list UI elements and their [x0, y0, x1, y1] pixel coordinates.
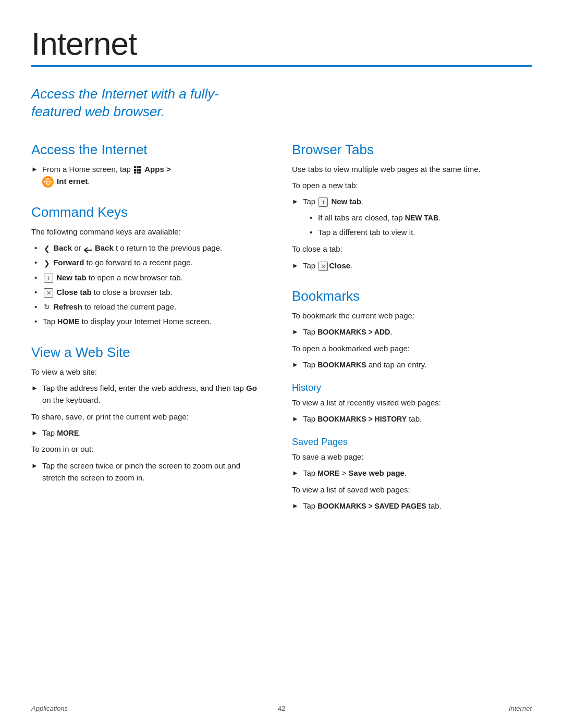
bookmark-step-text: Tap BOOKMARKS > ADD. — [303, 326, 532, 338]
arrow-right-icon-8: ► — [292, 360, 299, 370]
section-view-web-title: View a Web Site — [31, 344, 261, 361]
title-rule — [31, 65, 532, 67]
open-bookmark-step: ► Tap BOOKMARKS and tap an entry. — [292, 359, 532, 371]
arrow-right-icon-7: ► — [292, 327, 299, 337]
home-label: HOME — [57, 317, 79, 326]
apps-icon — [133, 165, 144, 174]
x-icon-2: ✕ — [319, 262, 328, 271]
close-tab-label: Close tab — [56, 288, 92, 297]
footer-left: Applications — [31, 705, 68, 712]
view-web-intro2: To share, save, or print the current web… — [31, 411, 261, 423]
new-tab-upper-label: NEW TAB — [405, 214, 438, 222]
go-label: Go — [246, 384, 257, 392]
open-bookmark-intro: To open a bookmarked web page: — [292, 342, 532, 354]
apps-label: Apps > — [144, 165, 170, 174]
open-tab-bullets: If all tabs are closed, tap NEW TAB. Tap… — [307, 212, 532, 239]
bookmarks-add-label: BOOKMARKS > ADD — [317, 328, 390, 336]
refresh-label: Refresh — [53, 302, 82, 311]
command-keys-intro: The following command keys are available… — [31, 226, 261, 238]
back-label2: Back — [95, 243, 114, 252]
saved-pages-intro2: To view a list of saved web pages: — [292, 484, 532, 496]
left-column: Access the Internet ► From a Home screen… — [31, 142, 261, 488]
section-command-keys-title: Command Keys — [31, 204, 261, 220]
list-item: Tap HOME to display your Internet Home s… — [31, 315, 261, 328]
open-tab-label: To open a new tab: — [292, 179, 532, 191]
close-tab-step: ► Tap ✕Close. — [292, 260, 532, 272]
more-label2: MORE — [317, 469, 339, 477]
list-item: + New tab to open a new browser tab. — [31, 272, 261, 284]
right-column: Browser Tabs Use tabs to view multiple w… — [292, 142, 532, 516]
list-item: Tap a different tab to view it. — [307, 226, 532, 239]
arrow-right-icon-6: ► — [292, 261, 299, 271]
list-item: ❯ Forward to go forward to a recent page… — [31, 256, 261, 269]
arrow-right-icon-4: ► — [31, 461, 38, 471]
forward-label: Forward — [53, 258, 84, 267]
saved-pages-intro: To save a web page: — [292, 451, 532, 463]
view-web-step2-text: Tap MORE. — [42, 427, 261, 439]
x-icon: ✕ — [44, 288, 53, 298]
access-step-text: From a Home screen, tap Apps > — [42, 163, 261, 188]
arrow-right-icon-2: ► — [31, 383, 38, 393]
view-web-step3: ► Tap the screen twice or pinch the scre… — [31, 460, 261, 484]
close-label: Close — [329, 261, 350, 270]
saved-pages-title: Saved Pages — [292, 437, 532, 448]
open-bookmark-step-text: Tap BOOKMARKS and tap an entry. — [303, 359, 532, 371]
view-web-intro1: To view a web site: — [31, 366, 261, 378]
bookmarks-label: BOOKMARKS — [317, 361, 366, 369]
save-web-label: Save web page — [348, 468, 405, 477]
bookmarks-saved-label: BOOKMARKS > SAVED PAGES — [317, 502, 426, 510]
plus-icon-2: + — [319, 198, 328, 207]
plus-icon: + — [44, 274, 53, 283]
page-title: Internet — [31, 25, 532, 62]
bookmarks-history-label: BOOKMARKS > HISTORY — [317, 415, 407, 423]
arrow-right-icon-3: ► — [31, 428, 38, 438]
close-tab-step-text: Tap ✕Close. — [303, 260, 532, 272]
refresh-icon: ↻ — [44, 301, 50, 313]
footer-right: Internet — [509, 705, 532, 712]
view-web-step2: ► Tap MORE. — [31, 427, 261, 439]
footer-page-number: 42 — [278, 705, 285, 712]
arrow-right-icon-10: ► — [292, 468, 299, 478]
arrow-right-icon-11: ► — [292, 501, 299, 511]
section-access-title: Access the Internet — [31, 142, 261, 158]
list-item: ❮ Back or Back t o return to the previou… — [31, 242, 261, 254]
chevron-left-icon: ❮ — [44, 243, 50, 254]
access-step: ► From a Home screen, tap Apps > — [31, 163, 261, 188]
internet-globe-icon — [42, 176, 54, 188]
bookmark-intro: To bookmark the current web page: — [292, 310, 532, 322]
main-content: Access the Internet ► From a Home screen… — [31, 142, 532, 516]
history-step-text: Tap BOOKMARKS > HISTORY tab. — [303, 413, 532, 425]
view-web-step3-text: Tap the screen twice or pinch the screen… — [42, 460, 261, 484]
arrow-right-icon-9: ► — [292, 414, 299, 424]
saved-pages-step2: ► Tap BOOKMARKS > SAVED PAGES tab. — [292, 500, 532, 512]
list-item: ✕ Close tab to close a browser tab. — [31, 286, 261, 299]
arrow-right-icon: ► — [31, 164, 38, 175]
command-keys-list: ❮ Back or Back t o return to the previou… — [31, 242, 261, 328]
new-tab-label: New tab — [56, 273, 87, 282]
section-browser-tabs-title: Browser Tabs — [292, 142, 532, 158]
history-intro: To view a list of recently visited web p… — [292, 397, 532, 409]
close-tab-label: To close a tab: — [292, 243, 532, 255]
arrow-right-icon-5: ► — [292, 196, 299, 207]
browser-tabs-intro: Use tabs to view multiple web pages at t… — [292, 163, 532, 175]
saved-pages-step1-text: Tap MORE > Save web page. — [303, 467, 532, 479]
list-item: If all tabs are closed, tap NEW TAB. — [307, 212, 532, 224]
bookmark-step: ► Tap BOOKMARKS > ADD. — [292, 326, 532, 338]
back-arrow-icon — [83, 245, 93, 252]
tagline: Access the Internet with a fully-feature… — [31, 85, 261, 121]
list-item: ↻ Refresh to reload the current page. — [31, 301, 261, 313]
back-label: Back — [53, 243, 72, 252]
more-label: MORE — [57, 429, 79, 437]
chevron-right-icon: ❯ — [44, 257, 50, 269]
open-tab-step: ► Tap + New tab. — [292, 195, 532, 207]
view-web-intro3: To zoom in or out: — [31, 443, 261, 455]
history-step: ► Tap BOOKMARKS > HISTORY tab. — [292, 413, 532, 425]
view-web-step1-text: Tap the address field, enter the web add… — [42, 382, 261, 406]
saved-pages-step2-text: Tap BOOKMARKS > SAVED PAGES tab. — [303, 500, 532, 512]
new-tab-label2: New tab — [331, 197, 361, 206]
section-bookmarks-title: Bookmarks — [292, 288, 532, 304]
history-title: History — [292, 382, 532, 393]
internet-label: Int ernet — [57, 177, 88, 186]
view-web-step1: ► Tap the address field, enter the web a… — [31, 382, 261, 406]
saved-pages-step1: ► Tap MORE > Save web page. — [292, 467, 532, 479]
